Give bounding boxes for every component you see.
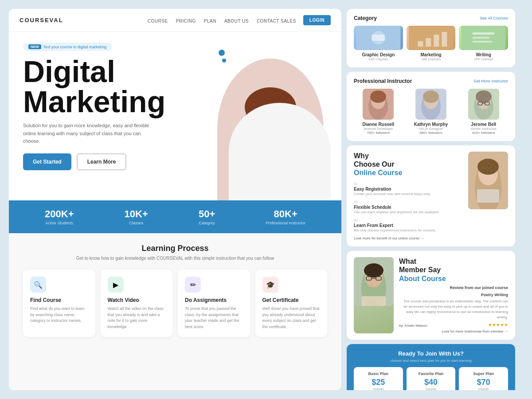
testimonial-person-svg [354, 257, 394, 306]
stat-label-students: Active Students [45, 221, 74, 225]
instructor-name-1: Kathryn Murphy [407, 122, 456, 127]
plan-price-2: $70 [462, 378, 505, 387]
categories-see-all[interactable]: See All Courses [480, 16, 508, 20]
login-button[interactable]: LOGIN [303, 15, 331, 25]
why-item-0: 01 Easy Registration Create your account… [354, 182, 463, 196]
review-text: The course was presented in an enthusias… [399, 299, 508, 320]
instructor-cards: Dianne Russell Android Developer 700+ fo… [354, 89, 508, 135]
hero-bg-circle [229, 103, 331, 200]
marketing-count: 180 Classes [407, 57, 456, 61]
left-panel: COURSEVAL COURSE PRICING PLAN ABOUT US C… [9, 9, 341, 390]
testimonial-footer: by: Kristin Watson ★★★★★ [399, 322, 508, 328]
why-learn-more[interactable]: Look more for benefit of our online cour… [354, 236, 463, 240]
assignments-text: To prove that you passed the class, try … [185, 306, 243, 330]
instructor-name-0: Dianne Russell [354, 122, 403, 127]
graphic-design-name: Graphic Design [354, 52, 403, 57]
certificate-text: Well done! you have proved that you alre… [262, 306, 321, 330]
pricing-card-2: Super Plan $70 /month [459, 367, 508, 390]
nav-about[interactable]: ABOUT US [224, 19, 249, 23]
pricing-section: Ready To Join With Us? choose and select… [347, 344, 515, 390]
get-started-button[interactable]: Get Started [23, 153, 71, 170]
instructors-section: Professional Instructor Get More Instruc… [347, 72, 515, 141]
writing-img [459, 26, 508, 50]
svg-rect-24 [473, 37, 490, 39]
instructor-title-0: Android Developer [354, 127, 403, 131]
pricing-title: Ready To Join With Us? [354, 350, 508, 357]
category-cards: Graphic Design 240 Classes Marketing 180… [354, 26, 508, 61]
plan-period-2: /month [462, 387, 505, 390]
instructor-title-1: UI/UX Designer [407, 127, 456, 131]
testimonial-more-link[interactable]: Look for more testimonial from member → [399, 329, 508, 333]
nav-pricing[interactable]: PRICING [176, 19, 196, 23]
right-panel: Category See All Courses Graphic Design … [347, 9, 515, 390]
why-choose-highlight: Online Course [354, 169, 402, 176]
hero-description: Solution for you to gain more knowledge,… [23, 122, 152, 145]
instructor-stats-0: 700+ followers [354, 131, 403, 135]
instructor-stats-2: 410+ followers [459, 131, 508, 135]
badge-text: find your course in digital marketing [44, 45, 107, 49]
why-choose-right [468, 152, 508, 240]
marketing-img [407, 26, 456, 50]
plan-period-1: /month [410, 387, 452, 390]
why-choose-section: Why Choose Our Online Course 01 Easy Reg… [347, 145, 515, 246]
testimonial-content: What Member Say About Course Review from… [399, 257, 508, 333]
writing-name: Writing [459, 52, 508, 57]
instructor-card-1: Kathryn Murphy UI/UX Designer 380+ follo… [407, 89, 456, 135]
why-person-svg [468, 152, 508, 209]
category-card-0: Graphic Design 240 Classes [354, 26, 403, 61]
stat-label-categories: Category [199, 221, 215, 225]
testimonial-image [354, 257, 394, 333]
graphic-design-img [354, 26, 403, 50]
pricing-cards: Basic Plan $25 /month Favorite Plan $40 … [354, 367, 508, 390]
graphic-design-count: 240 Classes [354, 57, 403, 61]
nav-course[interactable]: COURSE [148, 19, 168, 23]
logo: COURSEVAL [20, 17, 63, 23]
learn-more-button[interactable]: Learn More [77, 153, 127, 170]
svg-rect-23 [473, 32, 495, 35]
svg-rect-16 [372, 35, 385, 41]
watch-video-text: Watch all the video on the class that yo… [108, 306, 166, 330]
nav-plan[interactable]: PLAN [204, 19, 216, 23]
plan-period-0: /month [357, 387, 399, 390]
expert-title: Learn From Expert [354, 223, 463, 228]
categories-section: Category See All Courses Graphic Design … [347, 9, 515, 67]
why-item-2: 03 Learn From Expert We only choose expe… [354, 218, 463, 233]
why-choose-left: Why Choose Our Online Course 01 Easy Reg… [354, 152, 463, 240]
stat-classes: 10K+ Classes [125, 208, 148, 225]
nav-links: COURSE PRICING PLAN ABOUT US CONTACT SAL… [148, 16, 296, 24]
categories-title: Category [354, 15, 377, 21]
nav-contact[interactable]: CONTACT SALES [257, 19, 296, 23]
find-course-icon: 🔍 [30, 277, 46, 293]
flexible-title: Flexible Schedule [354, 205, 463, 210]
process-card-2: ✏ Do Assignments To prove that you passe… [178, 270, 250, 337]
instructors-see-all[interactable]: Get More Instructor [473, 79, 508, 83]
pricing-card-1: Favorite Plan $40 /month [407, 367, 456, 390]
stat-instructors: 80K+ Professional Instructor [266, 208, 305, 225]
pricing-subtitle: choose and select best plan for you to s… [354, 359, 508, 363]
categories-header: Category See All Courses [354, 15, 508, 21]
testimonial-rating-area: Review from our joined course Poetry Wri… [399, 283, 508, 333]
svg-rect-20 [434, 35, 439, 47]
find-course-text: Find what do you want to learn by search… [30, 306, 88, 324]
hero-buttons: Get Started Learn More [23, 153, 327, 170]
instructor-card-2: Jerome Bell Senior Instructor 410+ follo… [459, 89, 508, 135]
learning-section: Learning Process Get to know how to gain… [9, 233, 341, 390]
why-choose-title: Why Choose Our Online Course [354, 152, 463, 177]
instructor-avatar-2 [468, 89, 499, 120]
plan-name-0: Basic Plan [357, 372, 399, 376]
marketing-thumbnail [407, 26, 456, 50]
dianne-avatar [363, 89, 394, 120]
course-label: Review from our joined course [399, 286, 508, 290]
learning-title: Learning Process [23, 244, 327, 253]
process-card-3: 🎓 Get Certificate Well done! you have pr… [255, 270, 328, 337]
easy-reg-desc: Create your account now with several ste… [354, 192, 463, 196]
svg-point-29 [370, 90, 386, 103]
assignments-icon: ✏ [185, 277, 201, 293]
svg-point-49 [364, 263, 383, 278]
process-card-0: 🔍 Find Course Find what do you want to l… [23, 270, 95, 337]
instructor-name-2: Jerome Bell [459, 122, 508, 127]
pricing-card-0: Basic Plan $25 /month [354, 367, 403, 390]
certificate-icon: 🎓 [262, 277, 278, 293]
category-card-2: Writing 156 Classes [459, 26, 508, 61]
svg-rect-19 [426, 38, 431, 47]
